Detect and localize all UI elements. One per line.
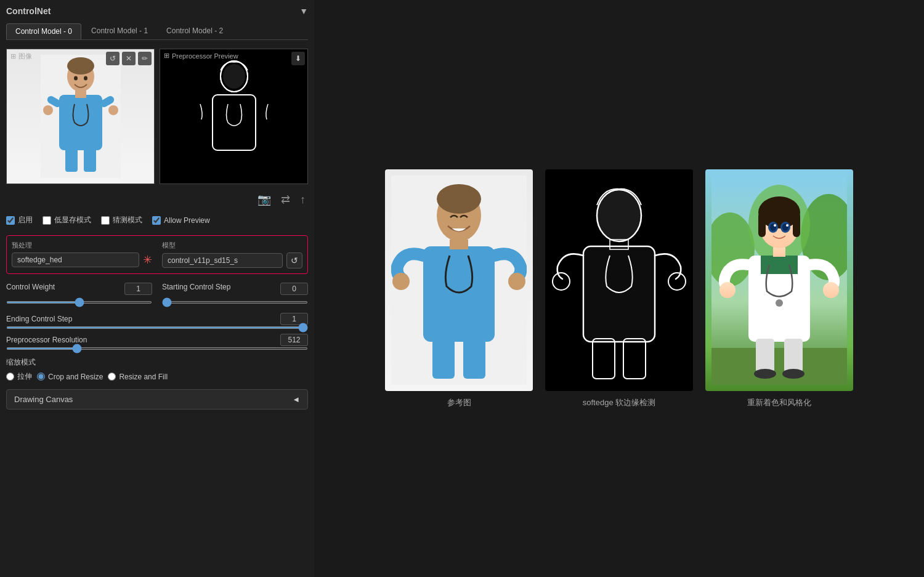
output-images: 参考图 bbox=[385, 169, 853, 408]
enable-label: 启用 bbox=[18, 215, 33, 225]
zoom-fill-label: Resize and Fill bbox=[119, 373, 168, 381]
up-btn[interactable]: ↑ bbox=[298, 192, 308, 208]
zoom-stretch-radio[interactable] bbox=[6, 373, 14, 381]
zoom-crop-label: Crop and Resize bbox=[48, 373, 103, 381]
tab-control-model-1[interactable]: Control Model - 1 bbox=[83, 23, 156, 39]
model-section: 预处理 softedge_hed ✳ 模型 control_v11p_sd15_… bbox=[6, 235, 308, 274]
low-mem-checkbox-item[interactable]: 低显存模式 bbox=[43, 215, 91, 225]
edge-detection-svg bbox=[194, 55, 274, 178]
preprocessor-res-label: Preprocessor Resolution bbox=[6, 336, 87, 344]
svg-rect-4 bbox=[75, 91, 86, 98]
svg-point-10 bbox=[84, 76, 87, 81]
output-label-1: softedge 软边缘检测 bbox=[583, 397, 656, 408]
panel-header: ControlNet ▼ bbox=[6, 6, 308, 16]
starting-step-col: Starting Control Step 0 bbox=[162, 283, 308, 305]
output-anime-bg bbox=[705, 169, 853, 391]
svg-point-60 bbox=[754, 369, 776, 379]
guess-label: 猜测模式 bbox=[113, 215, 142, 225]
swap-btn[interactable]: ⇄ bbox=[278, 192, 293, 208]
model-col: 模型 control_v11p_sd15_s ↺ bbox=[162, 241, 302, 268]
preprocessor-select[interactable]: softedge_hed bbox=[12, 252, 139, 267]
drawing-canvas-arrow: ◄ bbox=[292, 395, 300, 404]
starting-step-label: Starting Control Step bbox=[162, 283, 236, 295]
model-col-label: 模型 bbox=[162, 241, 302, 250]
action-row: 📷 ⇄ ↑ bbox=[6, 192, 308, 208]
control-weight-col: Control Weight 1 bbox=[6, 283, 152, 305]
svg-point-2 bbox=[67, 57, 94, 75]
enable-checkbox-item[interactable]: 启用 bbox=[6, 215, 33, 225]
allow-preview-label: Allow Preview bbox=[164, 216, 210, 225]
svg-point-57 bbox=[776, 299, 783, 307]
zoom-label: 缩放模式 bbox=[6, 357, 308, 368]
svg-point-23 bbox=[392, 273, 410, 290]
output-img-0 bbox=[385, 169, 533, 391]
output-nurse-svg bbox=[391, 176, 527, 385]
svg-rect-41 bbox=[711, 348, 847, 385]
drawing-canvas-bar[interactable]: Drawing Canvas ◄ bbox=[6, 389, 308, 410]
model-select[interactable]: control_v11p_sd15_s bbox=[162, 253, 283, 268]
preprocessor-res-row: Preprocessor Resolution 512 bbox=[6, 334, 308, 350]
preprocessor-col-label: 预处理 bbox=[12, 241, 152, 250]
refresh-image-btn[interactable]: ↺ bbox=[106, 52, 120, 65]
two-col-sliders: Control Weight 1 Starting Control Step 0 bbox=[6, 283, 308, 305]
zoom-fill-radio[interactable] bbox=[108, 373, 116, 381]
zoom-crop-radio[interactable] bbox=[37, 373, 45, 381]
control-weight-slider[interactable] bbox=[6, 301, 152, 304]
output-label-2: 重新着色和风格化 bbox=[747, 397, 811, 408]
zoom-section: 缩放模式 拉伸 Crop and Resize Resize and Fill bbox=[6, 357, 308, 382]
svg-rect-48 bbox=[793, 212, 800, 237]
edit-image-btn[interactable]: ✏ bbox=[138, 52, 152, 65]
tab-control-model-2[interactable]: Control Model - 2 bbox=[158, 23, 232, 39]
source-image-controls: ↺ ✕ ✏ bbox=[106, 52, 152, 65]
preprocessor-col: 预处理 softedge_hed ✳ bbox=[12, 241, 152, 268]
low-mem-checkbox[interactable] bbox=[43, 216, 51, 225]
preprocessor-explode-icon[interactable]: ✳ bbox=[143, 253, 152, 267]
svg-point-53 bbox=[774, 224, 776, 227]
svg-point-54 bbox=[786, 224, 788, 227]
guess-checkbox[interactable] bbox=[101, 216, 110, 225]
ending-step-slider[interactable] bbox=[6, 326, 308, 329]
panel-collapse-arrow[interactable]: ▼ bbox=[299, 6, 308, 16]
svg-rect-3 bbox=[59, 95, 102, 150]
preview-image-box: ⊞ Preprocessor Preview ⬇ bbox=[160, 49, 308, 184]
preview-image-label: ⊞ Preprocessor Preview bbox=[164, 52, 238, 60]
svg-rect-31 bbox=[585, 248, 654, 341]
svg-rect-22 bbox=[450, 240, 468, 249]
model-section-row: 预处理 softedge_hed ✳ 模型 control_v11p_sd15_… bbox=[12, 241, 302, 268]
source-image-box: ⊞ 图像 ↺ ✕ ✏ bbox=[6, 49, 155, 184]
close-image-btn[interactable]: ✕ bbox=[122, 52, 136, 65]
svg-rect-21 bbox=[423, 246, 495, 342]
svg-point-55 bbox=[719, 282, 736, 298]
preprocessor-select-row: softedge_hed ✳ bbox=[12, 252, 152, 267]
zoom-stretch-item[interactable]: 拉伸 bbox=[6, 371, 32, 382]
model-refresh-btn[interactable]: ↺ bbox=[286, 252, 302, 268]
allow-preview-checkbox[interactable] bbox=[152, 216, 161, 225]
svg-rect-43 bbox=[761, 256, 798, 274]
download-preview-btn[interactable]: ⬇ bbox=[291, 52, 305, 65]
right-panel: 参考图 bbox=[314, 0, 924, 577]
output-edge-bg bbox=[545, 169, 693, 391]
output-anime-svg bbox=[711, 176, 847, 385]
svg-rect-25 bbox=[432, 339, 455, 379]
model-tabs: Control Model - 0 Control Model - 1 Cont… bbox=[6, 23, 308, 40]
zoom-fill-item[interactable]: Resize and Fill bbox=[108, 371, 168, 382]
model-select-row: control_v11p_sd15_s ↺ bbox=[162, 252, 302, 268]
guess-checkbox-item[interactable]: 猜测模式 bbox=[101, 215, 142, 225]
enable-checkbox[interactable] bbox=[6, 216, 15, 225]
svg-rect-59 bbox=[784, 339, 803, 373]
tab-control-model-0[interactable]: Control Model - 0 bbox=[6, 23, 81, 39]
starting-step-slider[interactable] bbox=[162, 301, 308, 304]
ending-step-row: Ending Control Step 1 bbox=[6, 313, 308, 329]
svg-rect-26 bbox=[463, 339, 485, 379]
allow-preview-checkbox-item[interactable]: Allow Preview bbox=[152, 216, 210, 225]
svg-point-16 bbox=[223, 64, 245, 89]
zoom-crop-item[interactable]: Crop and Resize bbox=[37, 371, 103, 382]
low-mem-label: 低显存模式 bbox=[54, 215, 91, 225]
svg-point-20 bbox=[437, 184, 481, 214]
control-weight-value: 1 bbox=[124, 283, 152, 295]
camera-btn[interactable]: 📷 bbox=[255, 192, 274, 208]
output-label-0: 参考图 bbox=[447, 397, 471, 408]
preprocessor-res-slider[interactable] bbox=[6, 347, 308, 350]
left-panel: ControlNet ▼ Control Model - 0 Control M… bbox=[0, 0, 314, 577]
output-img-1 bbox=[545, 169, 693, 391]
